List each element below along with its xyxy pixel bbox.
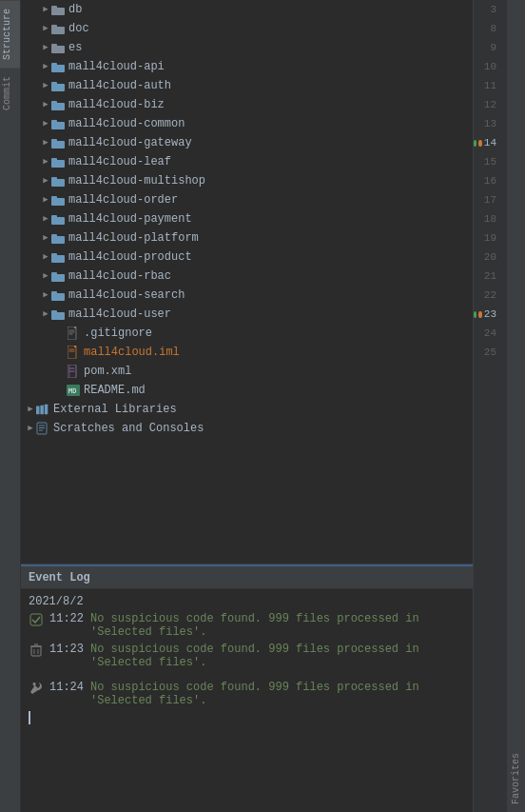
git-file-icon [67,327,80,340]
pom-file-icon [67,365,80,378]
log-time-3: 11:24 [49,681,83,694]
log-message-3: No suspicious code found. 999 files proc… [90,681,465,707]
tree-item-gitignore[interactable]: .gitignore [21,324,473,343]
line-3: 3 [474,0,500,19]
tree-item-auth[interactable]: mall4cloud-auth [21,76,473,95]
label-api: mall4cloud-api [68,60,165,73]
tree-item-leaf[interactable]: mall4cloud-leaf [21,152,473,171]
svg-rect-55 [31,646,41,656]
tree-item-common[interactable]: mall4cloud-common [21,114,473,133]
svg-rect-7 [51,63,57,67]
badge-orange-23 [478,311,481,318]
svg-rect-47 [36,406,40,415]
tree-item-payment[interactable]: mall4cloud-payment [21,209,473,228]
tree-item-db[interactable]: db [21,0,473,19]
tree-item-external-libs[interactable]: External Libraries [21,400,473,419]
line-11: 11 [474,76,500,95]
svg-rect-27 [51,253,57,257]
line-20: 20 [474,248,500,267]
label-gitignore: .gitignore [84,327,152,340]
arrow-scratches [25,423,36,434]
log-message-1: No suspicious code found. 999 files proc… [90,612,465,639]
left-sidebar-tabs: Structure Commit [0,0,21,812]
scratches-icon [36,422,49,435]
main-content: db doc es [21,0,473,812]
tree-item-doc[interactable]: doc [21,19,473,38]
svg-rect-5 [51,44,57,48]
svg-rect-34 [68,327,76,340]
svg-rect-23 [51,215,57,219]
arrow-es [40,42,51,53]
tree-item-platform[interactable]: mall4cloud-platform [21,228,473,248]
label-payment: mall4cloud-payment [68,212,192,226]
arrow-platform [40,232,51,244]
tree-item-product[interactable]: mall4cloud-product [21,248,473,267]
svg-rect-48 [40,406,44,415]
tree-item-search[interactable]: mall4cloud-search [21,286,473,305]
event-log-content[interactable]: 2021/8/2 11:22 No suspicious code found.… [21,589,473,812]
event-log-header: Event Log [21,566,473,589]
arrow-leaf [40,156,51,168]
badge-green-23 [474,311,476,318]
module-icon-rbac [51,269,65,283]
label-leaf: mall4cloud-leaf [68,155,171,168]
tree-item-api[interactable]: mall4cloud-api [21,57,473,76]
svg-rect-25 [51,234,57,238]
line-14: 14 [474,133,500,152]
tree-item-user[interactable]: mall4cloud-user [21,305,473,324]
commit-tab[interactable]: Commit [0,68,20,118]
label-es: es [68,41,82,54]
arrow-doc [40,23,51,34]
label-ext-libs: External Libraries [53,403,177,416]
tree-item-order[interactable]: mall4cloud-order [21,190,473,209]
label-multishop: mall4cloud-multishop [68,174,205,188]
log-entry-2: 11:23 No suspicious code found. 999 file… [21,641,473,671]
structure-tab[interactable]: Structure [0,0,20,68]
tree-item-biz[interactable]: mall4cloud-biz [21,95,473,114]
tree-item-gateway[interactable]: mall4cloud-gateway [21,133,473,152]
folder-icon-db [51,3,65,16]
arrow-biz [40,99,51,110]
line-24: 24 [474,324,500,343]
svg-rect-50 [37,423,47,434]
label-rbac: mall4cloud-rbac [68,269,171,283]
label-doc: doc [68,22,89,35]
arrow-auth [40,80,51,91]
module-icon-auth [51,79,65,92]
file-tree[interactable]: db doc es [21,0,473,564]
tree-item-iml[interactable]: mall4cloud.iml [21,343,473,362]
tree-item-multishop[interactable]: mall4cloud-multishop [21,171,473,190]
line-25: 25 [474,343,500,362]
arrow-order [40,194,51,206]
tree-item-rbac[interactable]: mall4cloud-rbac [21,267,473,286]
module-icon-product [51,250,65,264]
label-search: mall4cloud-search [68,288,185,302]
line-10: 10 [474,57,500,76]
log-time-1: 11:22 [49,612,83,625]
svg-rect-54 [30,614,42,625]
svg-rect-21 [51,196,57,200]
line-21: 21 [474,267,500,286]
tree-item-es[interactable]: es [21,38,473,57]
svg-rect-17 [51,158,57,162]
tree-item-scratches[interactable]: Scratches and Consoles [21,419,473,438]
svg-rect-38 [68,346,76,359]
tree-item-pom[interactable]: pom.xml [21,362,473,381]
badge-orange-14 [478,140,481,147]
favorites-tab[interactable]: Favorites [509,745,523,812]
svg-rect-31 [51,291,57,295]
module-icon-platform [51,231,65,245]
tree-item-readme[interactable]: MD README.md [21,381,473,400]
line-12: 12 [474,95,500,114]
line-15: 15 [474,152,500,171]
line-8: 8 [474,19,500,38]
label-pom: pom.xml [84,365,131,378]
svg-rect-13 [51,120,57,124]
module-icon-user [51,307,65,321]
folder-icon-es [51,41,65,54]
event-log-title: Event Log [29,571,90,584]
line-18: 18 [474,209,500,228]
module-icon-payment [51,212,65,226]
text-cursor [29,711,30,724]
arrow-payment [40,213,51,225]
